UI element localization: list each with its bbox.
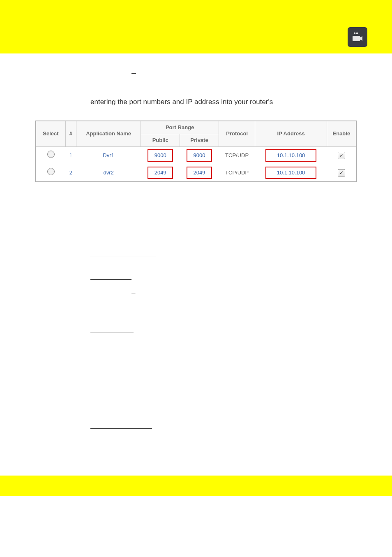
separator-dash: – bbox=[131, 287, 359, 299]
underline-link-2[interactable] bbox=[90, 279, 131, 280]
svg-point-1 bbox=[356, 32, 358, 34]
cell-public-port: 9000 bbox=[148, 149, 173, 162]
th-enable: Enable bbox=[327, 121, 356, 146]
cell-private-port: 2049 bbox=[187, 167, 212, 179]
router-port-table: Select # Application Name Port Range Pro… bbox=[35, 121, 357, 182]
cell-num: 2 bbox=[66, 164, 76, 181]
top-yellow-bar bbox=[0, 0, 392, 21]
th-protocol: Protocol bbox=[219, 121, 255, 146]
svg-point-0 bbox=[354, 32, 355, 34]
table-row: 1 Dvr1 9000 9000 TCP/UDP 10.1.10.100 ✓ bbox=[36, 147, 356, 165]
th-public: Public bbox=[141, 134, 180, 146]
underline-link-5[interactable] bbox=[90, 428, 152, 429]
link-list: – bbox=[90, 198, 359, 432]
cell-public-port: 2049 bbox=[148, 167, 173, 179]
intro-paragraph: entering the port numbers and IP address… bbox=[90, 96, 359, 108]
cell-app: Dvr1 bbox=[76, 147, 141, 165]
bottom-yellow-bar bbox=[0, 476, 392, 496]
checkbox-enable[interactable]: ✓ bbox=[338, 169, 345, 176]
svg-rect-2 bbox=[353, 36, 360, 41]
cell-ip: 10.1.10.100 bbox=[265, 167, 316, 179]
content-area: – entering the port numbers and IP addre… bbox=[0, 53, 392, 451]
cell-protocol: TCP/UDP bbox=[219, 164, 255, 181]
radio-icon[interactable] bbox=[47, 151, 55, 158]
icon-bar bbox=[0, 21, 392, 53]
cell-ip: 10.1.10.100 bbox=[265, 149, 316, 162]
cell-private-port: 9000 bbox=[187, 149, 212, 162]
camera-icon bbox=[348, 27, 367, 47]
th-portrange: Port Range bbox=[141, 121, 219, 134]
cell-protocol: TCP/UDP bbox=[219, 147, 255, 165]
th-ip: IP Address bbox=[255, 121, 327, 146]
radio-icon[interactable] bbox=[47, 168, 55, 175]
cell-app: dvr2 bbox=[76, 164, 141, 181]
underline-link-3[interactable] bbox=[90, 332, 134, 332]
checkbox-enable[interactable]: ✓ bbox=[338, 152, 345, 159]
table-row: 2 dvr2 2049 2049 TCP/UDP 10.1.10.100 ✓ bbox=[36, 164, 356, 181]
underline-link-4[interactable] bbox=[90, 372, 127, 372]
th-num: # bbox=[66, 121, 76, 146]
cell-num: 1 bbox=[66, 147, 76, 165]
dash-line: – bbox=[131, 66, 359, 80]
th-private: Private bbox=[180, 134, 219, 146]
th-select: Select bbox=[36, 121, 66, 146]
underline-link-1[interactable] bbox=[90, 257, 156, 257]
th-app: Application Name bbox=[76, 121, 141, 146]
